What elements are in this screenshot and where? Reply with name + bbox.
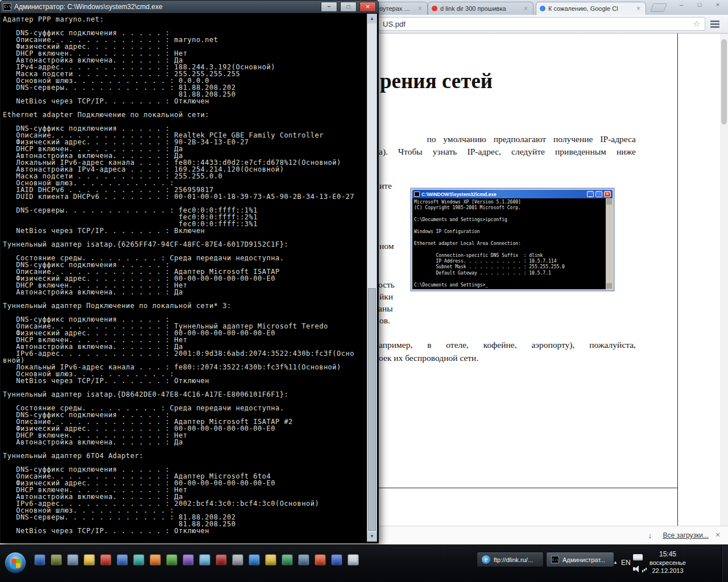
keyboard-indicator-icon[interactable] <box>633 554 643 560</box>
pinned-app-icon[interactable] <box>216 554 227 566</box>
tab-label: К сожалению, Google Cl <box>548 5 632 12</box>
tab-label: d link dir 300 прошивка <box>440 5 519 12</box>
cmd-title-bar[interactable]: Администратор: C:\Windows\system32\cmd.e… <box>1 1 378 13</box>
hamburger-icon <box>710 20 719 22</box>
cmd-minimize-button[interactable] <box>321 2 337 12</box>
xp-cmd-icon <box>414 192 420 197</box>
xp-cmd-output: Microsoft Windows XP [Version 5.1.2600] … <box>414 199 605 289</box>
taskbar-clock[interactable]: 15:45 воскресенье 22.12.2013 <box>645 550 690 575</box>
xp-cmd-console: Microsoft Windows XP [Version 5.1.2600] … <box>412 198 613 289</box>
downloads-bar-close-icon[interactable] <box>713 530 722 539</box>
quick-launch-area <box>34 554 359 566</box>
cmd-title-text: Администратор: C:\Windows\system32\cmd.e… <box>14 3 318 11</box>
pdf-heading: рения сетей <box>380 69 493 93</box>
taskbar-button-label: Администрат... <box>562 556 605 563</box>
tab-google[interactable]: К сожалению, Google Cl <box>536 2 646 15</box>
favicon <box>540 6 545 11</box>
pinned-app-icon[interactable] <box>249 554 260 566</box>
pinned-app-icon[interactable] <box>34 554 46 566</box>
pinned-app-icon[interactable] <box>150 554 161 566</box>
cmd-console-output: Адаптер PPP maryno.net: DNS-суффикс подк… <box>3 16 365 541</box>
pdf-text-fragment: ость <box>378 280 395 290</box>
pinned-app-icon[interactable] <box>315 554 326 566</box>
xp-cmd-title-bar: C:\WINDOWS\system32\cmd.exe <box>412 190 613 198</box>
pdf-text-fragment: ите <box>379 181 392 191</box>
bookmark-star-icon[interactable] <box>692 19 702 29</box>
taskbar-button-ftp-dlink[interactable]: ftp://dlink.ru/... <box>477 552 544 567</box>
new-tab-button[interactable] <box>650 3 667 12</box>
xp-minimize-icon <box>587 191 594 197</box>
pdf-text-fragment: апример, в отеле, кофейне, аэропорту), п… <box>379 340 636 350</box>
pdf-scrollbar[interactable] <box>720 34 728 526</box>
pinned-app-icon[interactable] <box>51 554 62 566</box>
pdf-text-fragment: йки <box>379 292 393 302</box>
pinned-app-icon[interactable] <box>348 554 359 566</box>
language-indicator[interactable]: EN <box>621 559 631 567</box>
clock-date: 22.12.2013 <box>645 567 690 575</box>
pinned-app-icon[interactable] <box>67 554 78 566</box>
browser-minimize-button[interactable] <box>675 1 688 9</box>
pdf-text-fragment: ов. <box>379 315 390 326</box>
scroll-up-icon[interactable] <box>367 14 377 23</box>
pinned-app-icon[interactable] <box>298 554 309 566</box>
browser-maximize-button[interactable] <box>693 1 706 9</box>
internet-explorer-icon <box>482 555 490 564</box>
pdf-text-fragment: аны <box>378 304 393 314</box>
pdf-image-xp-cmd-window: C:\WINDOWS\system32\cmd.exe Microsoft Wi… <box>411 188 614 291</box>
url-text: US.pdf <box>383 20 406 28</box>
cmd-maximize-button[interactable] <box>340 2 357 12</box>
xp-close-icon <box>604 191 611 197</box>
browser-menu-button[interactable] <box>706 17 723 31</box>
clock-day: воскресенье <box>645 559 690 567</box>
cmd-scrollbar-thumb[interactable] <box>368 288 376 531</box>
scroll-down-icon[interactable] <box>367 532 377 541</box>
tab-routers-dlink[interactable]: оутерах D-L <box>375 2 428 15</box>
tab-close-icon[interactable] <box>635 5 642 13</box>
pinned-app-icon[interactable] <box>183 554 194 566</box>
show-all-downloads-link[interactable]: Все загрузки... <box>663 531 709 539</box>
browser-window-controls <box>675 1 725 9</box>
pinned-app-icon[interactable] <box>166 554 177 566</box>
pdf-text-fragment: оек их беспроводной сети. <box>379 353 478 363</box>
taskbar: ftp://dlink.ru/... Администрат... EN 15:… <box>0 544 728 582</box>
cmd-close-button[interactable] <box>359 2 376 12</box>
taskbar-button-cmd[interactable]: Администрат... <box>546 552 614 567</box>
pinned-app-icon[interactable] <box>282 554 293 566</box>
pinned-app-icon[interactable] <box>133 554 144 566</box>
pdf-scrollbar-thumb[interactable] <box>721 39 727 124</box>
pinned-app-icon[interactable] <box>199 554 210 566</box>
cmd-icon <box>3 3 11 11</box>
pinned-app-icon[interactable] <box>232 554 243 566</box>
browser-close-button[interactable] <box>711 1 725 9</box>
pdf-text-fragment: а). Чтобы узнать IP-адрес, следуйте прив… <box>379 147 636 157</box>
hidden-icons-chevron-icon[interactable] <box>613 560 618 565</box>
tab-label: оутерах D-L <box>379 5 413 12</box>
pdf-text-fragment: ном <box>379 241 394 251</box>
clock-time: 15:45 <box>645 550 690 559</box>
tab-close-icon[interactable] <box>416 5 424 13</box>
download-arrow-icon <box>645 530 655 541</box>
windows-flag-icon <box>11 559 20 568</box>
tab-close-icon[interactable] <box>522 5 530 13</box>
favicon <box>432 6 437 11</box>
pinned-app-icon[interactable] <box>265 554 276 566</box>
xp-cmd-title-text: C:\WINDOWS\system32\cmd.exe <box>421 192 585 197</box>
pinned-app-icon[interactable] <box>117 554 128 566</box>
desktop: оутерах D-L d link dir 300 прошивка К со… <box>0 0 728 582</box>
taskbar-button-label: ftp://dlink.ru/... <box>494 556 533 563</box>
xp-maximize-icon <box>595 191 602 197</box>
cmd-window: Администратор: C:\Windows\system32\cmd.e… <box>0 0 379 543</box>
show-desktop-button[interactable] <box>722 545 728 582</box>
cmd-scrollbar[interactable] <box>367 14 377 542</box>
pinned-app-icon[interactable] <box>84 554 95 566</box>
volume-icon[interactable] <box>633 566 642 572</box>
pinned-app-icon[interactable] <box>331 554 342 566</box>
start-button[interactable] <box>5 552 26 573</box>
pdf-text-fragment: по умолчанию предполагают получение IP-а… <box>379 134 636 144</box>
pinned-app-icon[interactable] <box>100 554 111 566</box>
tab-dir300-firmware[interactable]: d link dir 300 прошивка <box>428 2 533 15</box>
xp-cmd-scrollbar <box>606 198 613 289</box>
cmd-icon <box>551 556 559 563</box>
